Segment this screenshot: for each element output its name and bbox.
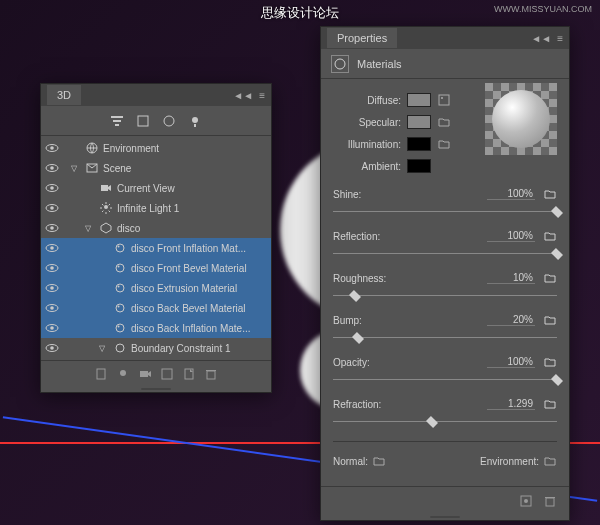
- slider-value[interactable]: 1.299: [487, 398, 535, 410]
- tree-row[interactable]: Environment: [41, 138, 271, 158]
- visibility-icon[interactable]: [45, 141, 59, 155]
- visibility-icon[interactable]: [45, 341, 59, 355]
- disclosure-icon[interactable]: [95, 301, 109, 315]
- visibility-icon[interactable]: [45, 161, 59, 175]
- tree-item-label: Environment: [103, 143, 159, 154]
- slider-track[interactable]: [333, 247, 557, 261]
- tree-row[interactable]: ▽Boundary Constraint 1: [41, 338, 271, 358]
- new-icon[interactable]: [182, 367, 196, 381]
- disclosure-icon[interactable]: [95, 261, 109, 275]
- disclosure-icon[interactable]: [95, 321, 109, 335]
- folder-icon[interactable]: [543, 187, 557, 201]
- slider-label: Roughness:: [333, 273, 487, 284]
- disclosure-icon[interactable]: ▽: [95, 341, 109, 355]
- folder-icon[interactable]: [543, 229, 557, 243]
- disclosure-icon[interactable]: [67, 141, 81, 155]
- visibility-icon[interactable]: [45, 201, 59, 215]
- trash-icon[interactable]: [543, 494, 557, 508]
- folder-icon[interactable]: [543, 355, 557, 369]
- tree-row[interactable]: Current View: [41, 178, 271, 198]
- visibility-icon[interactable]: [45, 321, 59, 335]
- panel-grip[interactable]: [41, 386, 271, 392]
- material-preview[interactable]: [485, 83, 557, 155]
- slider-value[interactable]: 100%: [487, 230, 535, 242]
- render-icon[interactable]: [160, 367, 174, 381]
- trash-icon[interactable]: [204, 367, 218, 381]
- svg-point-35: [116, 304, 124, 312]
- camera-tool-icon[interactable]: [138, 367, 152, 381]
- ambient-swatch[interactable]: [407, 159, 431, 173]
- texture-icon[interactable]: [437, 93, 451, 107]
- slider-value[interactable]: 10%: [487, 272, 535, 284]
- folder-icon[interactable]: [543, 454, 557, 468]
- visibility-icon[interactable]: [45, 261, 59, 275]
- panel-menu-icon[interactable]: ≡: [259, 90, 265, 101]
- diffuse-swatch[interactable]: [407, 93, 431, 107]
- slider-track[interactable]: [333, 331, 557, 345]
- disclosure-icon[interactable]: [95, 281, 109, 295]
- tree-row[interactable]: ▽disco: [41, 218, 271, 238]
- light-icon[interactable]: [187, 113, 203, 129]
- tab-3d[interactable]: 3D: [47, 85, 81, 105]
- mat-icon: [113, 261, 127, 275]
- panel-collapse-icon[interactable]: ◄◄: [531, 33, 551, 44]
- filter-icon[interactable]: [109, 113, 125, 129]
- panel-collapse-icon[interactable]: ◄◄: [233, 90, 253, 101]
- folder-icon[interactable]: [543, 313, 557, 327]
- tree-row[interactable]: disco Front Bevel Material: [41, 258, 271, 278]
- slider-row: Refraction:1.299: [333, 397, 557, 429]
- material-icon[interactable]: [161, 113, 177, 129]
- visibility-icon[interactable]: [45, 301, 59, 315]
- svg-point-39: [116, 324, 124, 332]
- mesh-icon[interactable]: [135, 113, 151, 129]
- tree-row[interactable]: Infinite Light 1: [41, 198, 271, 218]
- panel-menu-icon[interactable]: ≡: [557, 33, 563, 44]
- visibility-icon[interactable]: [45, 221, 59, 235]
- illumination-swatch[interactable]: [407, 137, 431, 151]
- light-tool-icon[interactable]: [116, 367, 130, 381]
- mat-icon: [113, 241, 127, 255]
- tool-icon[interactable]: [94, 367, 108, 381]
- specular-swatch[interactable]: [407, 115, 431, 129]
- folder-icon[interactable]: [372, 454, 386, 468]
- cam-icon: [99, 181, 113, 195]
- svg-point-51: [335, 59, 345, 69]
- environment-label: Environment:: [480, 456, 539, 467]
- slider-track[interactable]: [333, 205, 557, 219]
- ambient-label: Ambient:: [333, 161, 401, 172]
- slider-value[interactable]: 100%: [487, 356, 535, 368]
- slider-track[interactable]: [333, 373, 557, 387]
- properties-subhead: Materials: [321, 49, 569, 79]
- render-icon[interactable]: [519, 494, 533, 508]
- folder-icon[interactable]: [543, 397, 557, 411]
- disclosure-icon[interactable]: [95, 241, 109, 255]
- tree-row[interactable]: disco Front Inflation Mat...: [41, 238, 271, 258]
- tree-row[interactable]: disco Extrusion Material: [41, 278, 271, 298]
- svg-rect-3: [138, 116, 148, 126]
- visibility-icon[interactable]: [45, 241, 59, 255]
- visibility-icon[interactable]: [45, 181, 59, 195]
- tree-row[interactable]: ▽Scene: [41, 158, 271, 178]
- mat-icon: [113, 321, 127, 335]
- slider-row: Reflection:100%: [333, 229, 557, 261]
- disclosure-icon[interactable]: [81, 201, 95, 215]
- slider-track[interactable]: [333, 415, 557, 429]
- slider-track[interactable]: [333, 289, 557, 303]
- slider-value[interactable]: 100%: [487, 188, 535, 200]
- tree-row[interactable]: disco Back Inflation Mate...: [41, 318, 271, 338]
- disclosure-icon[interactable]: ▽: [67, 161, 81, 175]
- tree-item-label: disco Back Inflation Mate...: [131, 323, 251, 334]
- slider-value[interactable]: 20%: [487, 314, 535, 326]
- visibility-icon[interactable]: [45, 281, 59, 295]
- folder-icon[interactable]: [437, 115, 451, 129]
- disclosure-icon[interactable]: ▽: [81, 221, 95, 235]
- folder-icon[interactable]: [437, 137, 451, 151]
- tab-properties[interactable]: Properties: [327, 28, 397, 48]
- folder-icon[interactable]: [543, 271, 557, 285]
- disclosure-icon[interactable]: [81, 181, 95, 195]
- panel-grip[interactable]: [321, 514, 569, 520]
- divider: [333, 441, 557, 442]
- slider-row: Shine:100%: [333, 187, 557, 219]
- tree-row[interactable]: disco Back Bevel Material: [41, 298, 271, 318]
- materials-icon: [331, 55, 349, 73]
